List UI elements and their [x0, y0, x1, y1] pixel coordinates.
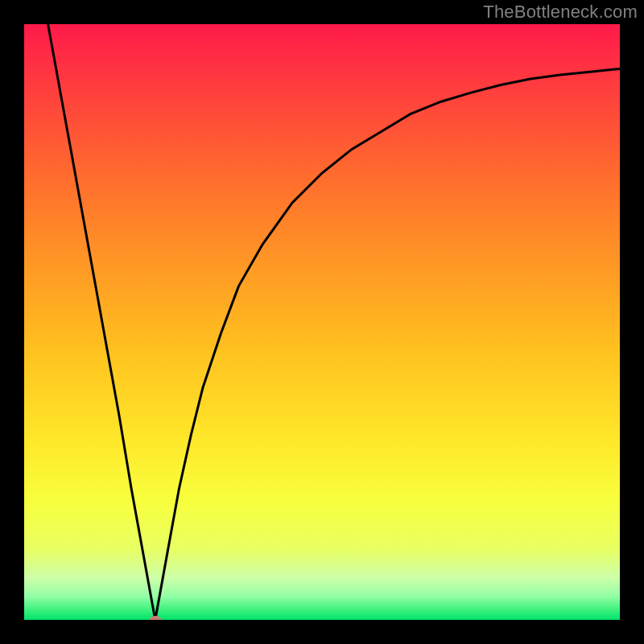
bottleneck-curve — [24, 24, 620, 620]
chart-frame: TheBottleneck.com — [0, 0, 644, 644]
plot-area — [24, 24, 620, 620]
minimum-marker — [150, 616, 161, 620]
watermark-text: TheBottleneck.com — [483, 2, 638, 23]
